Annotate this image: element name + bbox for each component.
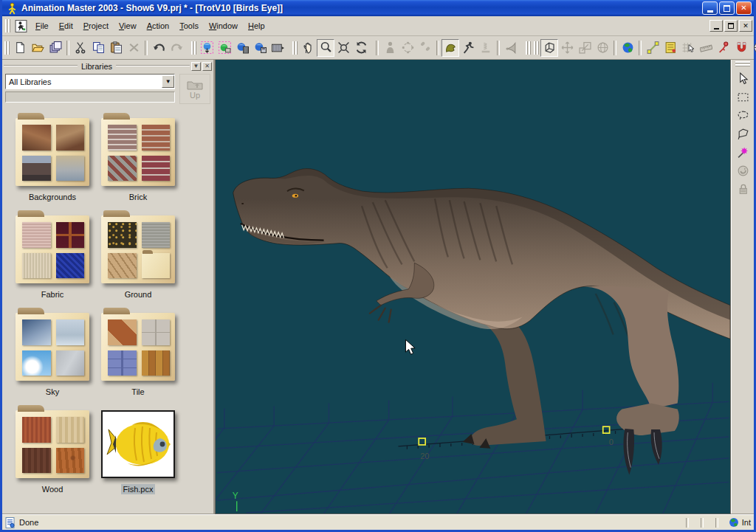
path-segment-button[interactable] — [644, 39, 662, 57]
run-action-button[interactable] — [459, 39, 477, 57]
minimize-button[interactable] — [702, 1, 718, 15]
toolbar-gripper[interactable] — [292, 41, 298, 55]
cut-button[interactable] — [72, 39, 89, 57]
toolbar-separator — [145, 41, 148, 55]
magnet-button[interactable] — [732, 39, 750, 57]
render-to-file-button[interactable] — [198, 39, 216, 57]
lock-disabled-button[interactable] — [734, 180, 752, 198]
render-lock-icon — [219, 41, 231, 54]
library-item-tile[interactable]: Tile — [95, 308, 181, 405]
restore-button[interactable] — [719, 1, 735, 15]
menu-file[interactable]: File — [30, 19, 54, 32]
model-button[interactable] — [399, 39, 416, 57]
menu-action[interactable]: Action — [142, 19, 175, 32]
polygon-lasso-select-button[interactable] — [734, 125, 752, 143]
keyframe-panel-icon — [664, 41, 677, 54]
texture-thumb — [22, 253, 51, 279]
wireframe-globe-button[interactable] — [594, 39, 611, 57]
rotate-globe-button[interactable] — [750, 39, 756, 57]
fish-image-thumbnail — [101, 410, 175, 478]
texture-thumb — [56, 448, 85, 474]
menu-project[interactable]: Project — [78, 19, 114, 32]
library-select[interactable]: All Libraries ▼ — [5, 74, 175, 89]
folder-icon — [101, 215, 175, 283]
delete-button[interactable] — [125, 39, 142, 57]
keyframe-panel-button[interactable] — [662, 39, 679, 57]
toolbar-gripper[interactable] — [534, 41, 539, 55]
actor-button[interactable] — [381, 39, 399, 57]
select-arrow-button[interactable] — [734, 69, 752, 88]
library-item-fish[interactable]: Fish.pcx — [95, 405, 181, 502]
menu-help[interactable]: Help — [243, 19, 270, 32]
rotate-disabled-button[interactable] — [734, 162, 752, 180]
lasso-select-icon — [737, 109, 749, 122]
marquee-select-button[interactable] — [734, 88, 752, 106]
doc-minimize-button[interactable] — [709, 20, 723, 32]
filmstrip-button[interactable] — [269, 39, 286, 57]
toolbar-gripper[interactable] — [526, 41, 531, 55]
library-item-wood[interactable]: Wood — [10, 405, 95, 502]
redo-button[interactable] — [168, 39, 185, 57]
trex-model[interactable] — [233, 169, 730, 475]
pan-button[interactable] — [299, 39, 317, 57]
doc-restore-icon — [728, 23, 734, 29]
toolbar-gripper[interactable] — [191, 41, 196, 55]
pushpin-button[interactable] — [715, 39, 732, 57]
copy-button[interactable] — [89, 39, 107, 57]
up-button[interactable]: Up — [179, 74, 210, 104]
toolbar-separator — [639, 41, 642, 55]
menu-view[interactable]: View — [114, 19, 142, 32]
zoom-button[interactable] — [317, 39, 334, 57]
menu-tools[interactable]: Tools — [174, 19, 204, 32]
library-item-fabric[interactable]: Fabric — [10, 210, 95, 308]
render-lock-button[interactable] — [216, 39, 233, 57]
paste-clipboard-icon — [110, 41, 123, 54]
grid-cursor-button[interactable] — [679, 39, 697, 57]
lasso-select-button[interactable] — [734, 106, 752, 125]
zoom-to-fit-button[interactable] — [334, 39, 352, 57]
render-save-button[interactable] — [251, 39, 269, 57]
magic-wand-button[interactable] — [734, 143, 752, 162]
toolbar-gripper[interactable] — [735, 61, 750, 66]
bone-button[interactable] — [416, 39, 434, 57]
select-arrow-icon — [737, 72, 749, 85]
library-item-backgrounds[interactable]: Backgrounds — [10, 113, 95, 210]
library-item-label: Wood — [40, 484, 66, 494]
menu-window[interactable]: Window — [204, 19, 243, 32]
toolbar-gripper[interactable] — [4, 41, 10, 55]
close-button[interactable]: ✕ — [736, 1, 752, 15]
library-item-ground[interactable]: Ground — [95, 210, 181, 308]
library-item-sky[interactable]: Sky — [10, 308, 95, 405]
ruler-button[interactable] — [697, 39, 715, 57]
doc-close-button[interactable]: ✕ — [739, 20, 752, 32]
library-item-brick[interactable]: Brick — [95, 113, 181, 210]
viewport-scene: 20 0 Y — [216, 60, 730, 514]
doc-restore-button[interactable] — [724, 20, 738, 32]
panel-close-button[interactable]: ✕ — [202, 62, 212, 71]
texture-thumb — [56, 253, 85, 279]
open-button[interactable] — [29, 39, 47, 57]
texture-thumb — [56, 125, 85, 151]
paste-button[interactable] — [107, 39, 125, 57]
viewport-birds-eye[interactable]: 20 0 Y — [215, 60, 731, 514]
save-all-button[interactable] — [47, 39, 64, 57]
scale-button[interactable] — [576, 39, 594, 57]
menu-edit[interactable]: Edit — [54, 19, 78, 32]
wireframe-cube-button[interactable] — [540, 39, 558, 57]
libraries-panel-header[interactable]: Libraries ▼ ✕ — [2, 60, 213, 72]
earth-globe-button[interactable] — [619, 39, 636, 57]
translate-button[interactable] — [558, 39, 576, 57]
dynamics-spring-button[interactable] — [477, 39, 495, 57]
announce-horn-button[interactable] — [502, 39, 520, 57]
toolbar-separator — [436, 41, 439, 55]
menubar-gripper[interactable] — [5, 19, 10, 32]
turn-button[interactable] — [352, 39, 370, 57]
chevron-down-icon[interactable]: ▼ — [162, 75, 174, 88]
undo-button[interactable] — [150, 39, 168, 57]
panel-menu-button[interactable]: ▼ — [191, 62, 201, 71]
new-button[interactable] — [11, 39, 29, 57]
render-animation-button[interactable] — [233, 39, 251, 57]
internet-globe-icon — [729, 517, 739, 528]
dynamics-spring-icon — [480, 41, 492, 54]
skeletal-mode-button[interactable] — [441, 39, 459, 57]
